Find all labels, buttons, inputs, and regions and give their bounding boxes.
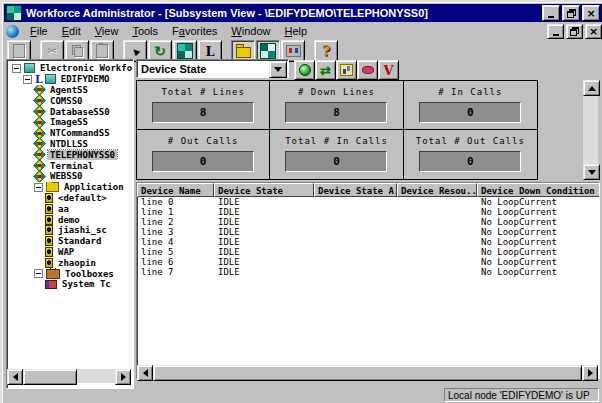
mdi-restore-button[interactable]	[566, 24, 583, 39]
tree-item-label: NTCommandSS	[48, 128, 112, 138]
menu-item-view[interactable]: View	[88, 24, 126, 38]
scroll-down-button[interactable]	[583, 164, 600, 180]
system-toolbox-icon	[45, 280, 57, 289]
scrollbar-track[interactable]	[583, 96, 598, 164]
tree-item-label: Application	[62, 182, 126, 192]
column-header[interactable]: Device State A...	[314, 183, 397, 197]
tree-item[interactable]: NTDLLSS	[7, 139, 133, 150]
tree-item[interactable]: System Tc	[7, 279, 133, 290]
tree-item[interactable]: Electronic Workfor	[7, 63, 133, 74]
tree-item[interactable]: WAP	[7, 247, 133, 258]
status-message: Local node 'EDIFYDEMO' is UP	[444, 388, 599, 402]
table-row[interactable]: line 6IDLENo LoopCurrent	[137, 257, 599, 267]
table-row[interactable]: line 7IDLENo LoopCurrent	[137, 267, 599, 277]
menu-item-favorites[interactable]: Favorites	[165, 24, 224, 38]
help-button[interactable]: ?	[314, 40, 338, 62]
stat-value: 0	[333, 155, 340, 168]
mdi-system-menu-icon[interactable]	[6, 25, 19, 38]
mdi-minimize-button[interactable]	[547, 24, 564, 39]
scrollbar-track[interactable]	[77, 369, 115, 383]
title-bar: Workforce Administrator - [Subsystem Vie…	[4, 4, 602, 22]
menu-item-file[interactable]: File	[23, 24, 55, 38]
column-header[interactable]: Device Name	[137, 183, 214, 197]
dropdown-button[interactable]	[269, 61, 287, 78]
chart-button[interactable]	[336, 60, 357, 80]
column-header[interactable]: Device Down Condition	[477, 183, 600, 197]
tree-item[interactable]: Toolboxes	[7, 268, 133, 279]
column-header[interactable]: Device Resou...	[397, 183, 477, 197]
mdi-close-button[interactable]: ×	[585, 24, 602, 39]
menu-item-help[interactable]: Help	[277, 24, 314, 38]
stat-cell: # In Calls0	[404, 81, 537, 130]
scroll-right-button[interactable]	[115, 369, 131, 385]
help-icon: ?	[322, 43, 330, 59]
tree-item[interactable]: LEDIFYDEMO	[7, 74, 133, 85]
stat-label: # Out Calls	[168, 136, 239, 146]
restore-button[interactable]	[562, 5, 580, 21]
view-dropdown-value: Device State	[141, 63, 206, 75]
scroll-right-button[interactable]	[582, 365, 598, 381]
alarm-button[interactable]	[357, 60, 378, 80]
pinwheel-icon	[177, 43, 193, 59]
table-row[interactable]: line 0IDLENo LoopCurrent	[137, 197, 599, 207]
stat-cell: Total # Out Calls0	[404, 130, 537, 179]
tree-item[interactable]: DatabaseSS0	[7, 106, 133, 117]
validate-button[interactable]: V	[378, 60, 399, 80]
tree-expander-icon[interactable]	[23, 75, 32, 84]
table-hscrollbar[interactable]	[137, 365, 598, 379]
menu-item-tools[interactable]: Tools	[125, 24, 165, 38]
tree-item[interactable]: TELEPHONYSS0	[7, 149, 133, 160]
tree-expander-icon[interactable]	[34, 183, 43, 192]
minimize-icon	[553, 34, 559, 36]
scroll-left-button[interactable]	[7, 369, 23, 385]
tree-item[interactable]: jiashi_sc	[7, 225, 133, 236]
tree-item[interactable]: COMSS0	[7, 95, 133, 106]
tree-item[interactable]: Standard	[7, 236, 133, 247]
table-row[interactable]: line 2IDLENo LoopCurrent	[137, 217, 599, 227]
view-dropdown[interactable]: Device State	[136, 59, 289, 78]
stat-cell: Total # In Calls0	[270, 130, 403, 179]
refresh-view-button[interactable]: ⇄	[315, 60, 336, 80]
tree-item[interactable]: <default>	[7, 193, 133, 204]
subsystem-icon	[33, 85, 46, 96]
scrollbar-thumb[interactable]	[153, 365, 582, 381]
tree-item-label: demo	[56, 215, 82, 225]
stat-label: Total # In Calls	[285, 136, 388, 146]
column-header[interactable]: Device State	[214, 183, 314, 197]
menu-item-window[interactable]: Window	[224, 24, 277, 38]
table-cell	[397, 257, 477, 267]
letter-l-icon: L	[205, 44, 214, 59]
subsystem-icon	[33, 117, 46, 128]
close-button[interactable]: ×	[582, 5, 600, 21]
table-row[interactable]: line 5IDLENo LoopCurrent	[137, 247, 599, 257]
tree-item[interactable]: Application	[7, 182, 133, 193]
scroll-left-button[interactable]	[137, 365, 153, 381]
tree-item[interactable]: NTCommandSS	[7, 128, 133, 139]
red-tool-icon	[362, 66, 374, 74]
tree-item[interactable]: ImageSS	[7, 117, 133, 128]
tree-hscrollbar[interactable]	[7, 369, 131, 383]
node-robot-icon	[45, 74, 56, 84]
table-row[interactable]: line 3IDLENo LoopCurrent	[137, 227, 599, 237]
tree-item[interactable]: zhaopin	[7, 257, 133, 268]
tree-item[interactable]: Terminal	[7, 160, 133, 171]
app-logo-icon	[6, 5, 22, 21]
tree-expander-icon[interactable]	[34, 269, 43, 278]
stats-vscrollbar[interactable]	[583, 80, 598, 180]
minimize-button[interactable]	[542, 5, 560, 21]
chevron-down-icon	[274, 67, 282, 72]
stat-label: Total # Lines	[161, 87, 244, 97]
scrollbar-thumb[interactable]	[23, 369, 77, 385]
table-row[interactable]: line 4IDLENo LoopCurrent	[137, 237, 599, 247]
tree-expander-icon[interactable]	[12, 64, 21, 73]
tree-item[interactable]: AgentSS	[7, 85, 133, 96]
tree-item[interactable]: WEBSS0	[7, 171, 133, 182]
scroll-up-button[interactable]	[583, 80, 600, 96]
tree-item[interactable]: aa	[7, 203, 133, 214]
table-row[interactable]: line 1IDLENo LoopCurrent	[137, 207, 599, 217]
tree-item-label: EDIFYDEMO	[59, 74, 112, 84]
menu-item-edit[interactable]: Edit	[55, 24, 88, 38]
tree-item[interactable]: demo	[7, 214, 133, 225]
globe-button[interactable]	[294, 60, 315, 80]
table-cell: IDLE	[214, 267, 314, 277]
